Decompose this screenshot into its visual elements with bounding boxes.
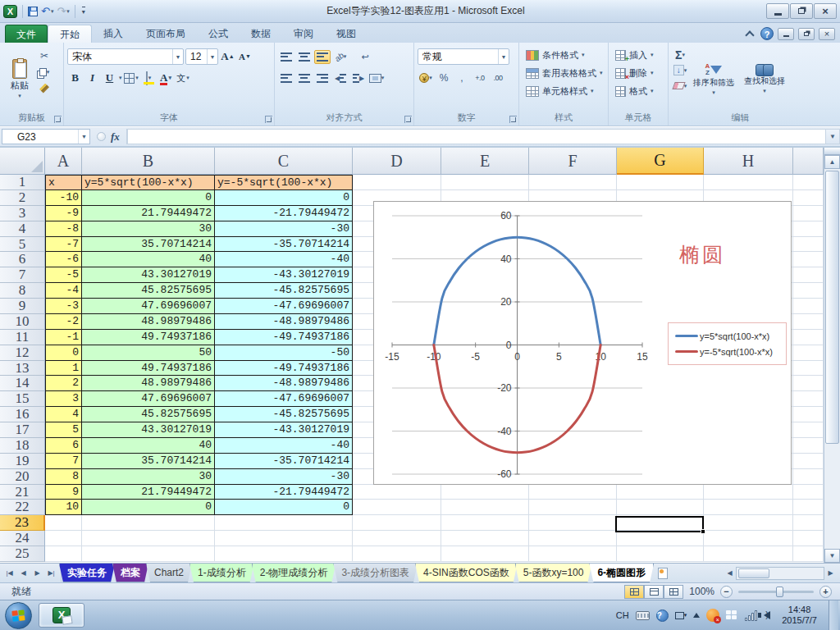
align-right-button[interactable] — [314, 71, 331, 85]
zoom-out-icon[interactable]: − — [720, 586, 733, 598]
grid-cell[interactable]: -7 — [45, 237, 82, 253]
row-header-15[interactable]: 15 — [0, 391, 45, 407]
row-header-21[interactable]: 21 — [0, 485, 45, 500]
grid-cell[interactable]: -43.30127019 — [215, 267, 353, 283]
grid-cell[interactable] — [441, 175, 529, 190]
grid-cell[interactable] — [529, 175, 617, 190]
sheet-tab-1-成绩分析[interactable]: 1-成绩分析 — [189, 564, 254, 582]
grid-cell[interactable] — [529, 546, 617, 562]
show-desktop-button[interactable] — [829, 600, 838, 630]
column-header-F[interactable]: F — [529, 148, 617, 175]
ribbon-tab-公式[interactable]: 公式 — [197, 25, 240, 43]
percent-style-button[interactable]: % — [436, 71, 452, 85]
grid-cell[interactable] — [617, 485, 704, 500]
grid-cell[interactable] — [215, 546, 353, 562]
paste-dropdown-icon[interactable]: ▾ — [18, 93, 21, 99]
grid-cell[interactable] — [45, 546, 82, 562]
hscroll-track[interactable] — [736, 567, 824, 580]
row-header-23[interactable]: 23 — [0, 515, 45, 531]
file-tab[interactable]: 文件 — [5, 25, 48, 43]
start-button[interactable] — [5, 602, 32, 629]
grid-cell[interactable] — [353, 515, 441, 531]
underline-dropdown-icon[interactable]: ▾ — [119, 75, 122, 81]
paste-button[interactable]: 粘贴 ▾ — [3, 46, 36, 112]
grid-cell[interactable] — [793, 299, 824, 314]
grid-cell[interactable] — [793, 283, 824, 299]
find-select-button[interactable]: 查找和选择 ▾ — [739, 46, 790, 112]
grid-cell[interactable]: -49.74937186 — [215, 361, 353, 377]
column-header-partial[interactable] — [793, 148, 824, 175]
grid-cell[interactable]: 10 — [45, 500, 82, 515]
grid-cell[interactable]: -30 — [215, 469, 353, 485]
ribbon-tab-数据[interactable]: 数据 — [240, 25, 282, 43]
ellipse-chart[interactable]: -15-10-5051015-60-40-200204060 椭圆 y=5*sq… — [373, 201, 792, 485]
grid-cell[interactable] — [793, 376, 824, 391]
grid-cell[interactable]: 6 — [45, 438, 82, 454]
grid-cell[interactable]: 47.69696007 — [82, 391, 215, 407]
row-header-14[interactable]: 14 — [0, 376, 45, 391]
alignment-dialog-launcher-icon[interactable] — [404, 116, 412, 123]
grid-cell[interactable] — [793, 330, 824, 345]
grid-cell[interactable]: 43.30127019 — [82, 267, 215, 283]
network-icon[interactable] — [745, 610, 757, 621]
chart-legend[interactable]: y=5*sqrt(100-x*x)y=-5*sqrt(100-x*x) — [668, 322, 787, 365]
sheet-tab-6-椭圆图形[interactable]: 6-椭圆图形 — [589, 564, 654, 582]
grid-cell[interactable]: -6 — [45, 252, 82, 267]
clear-button[interactable]: ▾ — [672, 79, 688, 93]
sheet-tab-2-物理成绩分析[interactable]: 2-物理成绩分析 — [252, 564, 336, 582]
increase-indent-button[interactable]: ▶ — [350, 71, 367, 85]
workbook-close-button[interactable]: × — [819, 28, 835, 40]
copy-button[interactable]: ▾ — [36, 65, 52, 79]
name-box[interactable]: G23 ▼ — [2, 129, 90, 144]
grid-cell[interactable]: 3 — [45, 391, 82, 407]
grid-cell[interactable]: 35.70714214 — [82, 237, 215, 253]
grid-cell[interactable]: 45.82575695 — [82, 283, 215, 299]
redo-dropdown-icon[interactable]: ▾ — [66, 8, 70, 15]
grid-cell[interactable]: -47.69696007 — [215, 391, 353, 407]
grid-cell[interactable]: 8 — [45, 469, 82, 485]
zoom-in-icon[interactable]: + — [819, 586, 832, 598]
zoom-slider-thumb[interactable] — [776, 587, 783, 597]
grid-cell[interactable] — [793, 252, 824, 267]
grid-cell[interactable] — [793, 237, 824, 253]
row-header-3[interactable]: 3 — [0, 206, 45, 221]
grid-cell[interactable]: 50 — [82, 345, 215, 361]
fill-button[interactable]: ↓▾ — [672, 63, 688, 77]
align-top-button[interactable] — [278, 50, 294, 64]
grid-cell[interactable]: x — [45, 175, 82, 190]
grid-cell[interactable] — [617, 175, 704, 190]
row-header-18[interactable]: 18 — [0, 438, 45, 454]
row-header-7[interactable]: 7 — [0, 267, 45, 283]
clock[interactable]: 14:48 2015/7/7 — [777, 605, 822, 626]
merge-center-button[interactable]: ▾ — [368, 71, 385, 85]
row-header-17[interactable]: 17 — [0, 422, 45, 438]
cell-styles-button[interactable]: 单元格样式▾ — [523, 82, 606, 100]
accounting-format-button[interactable]: ¥▾ — [418, 71, 434, 85]
delete-cells-button[interactable]: × 删除▾ — [612, 64, 666, 82]
underline-button[interactable]: U — [102, 70, 117, 86]
ribbon-tab-开始[interactable]: 开始 — [48, 25, 92, 43]
grid-cell[interactable] — [353, 546, 441, 562]
grid-cell[interactable]: -35.70714214 — [215, 454, 353, 469]
grid-cell[interactable]: -30 — [215, 221, 353, 237]
column-header-G[interactable]: G — [617, 148, 704, 175]
action-center-icon[interactable] — [726, 610, 738, 621]
grid-cell[interactable] — [353, 485, 441, 500]
ribbon-tab-插入[interactable]: 插入 — [92, 25, 135, 43]
prev-sheet-icon[interactable]: ◀ — [17, 567, 30, 580]
grid-cell[interactable]: -48.98979486 — [215, 314, 353, 330]
grid-cell[interactable] — [793, 345, 824, 361]
restore-button[interactable] — [790, 3, 813, 19]
close-button[interactable]: × — [814, 3, 837, 19]
window-switch-icon[interactable]: ▾ — [675, 612, 687, 619]
grid-cell[interactable] — [529, 515, 617, 531]
next-sheet-icon[interactable]: ▶ — [31, 567, 43, 580]
phonetic-button[interactable]: 文▾ — [176, 70, 191, 86]
grid-cell[interactable] — [793, 438, 824, 454]
italic-button[interactable]: I — [84, 70, 100, 86]
ribbon-tab-页面布局[interactable]: 页面布局 — [135, 25, 197, 43]
chart-title[interactable]: 椭圆 — [653, 241, 751, 268]
grid-cell[interactable] — [441, 531, 529, 546]
grid-cell[interactable] — [215, 515, 353, 531]
grid-cell[interactable]: -9 — [45, 206, 82, 221]
